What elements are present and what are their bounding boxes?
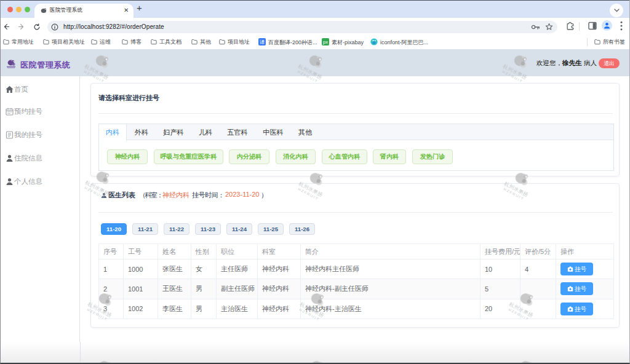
svg-text:译: 译 [260, 39, 265, 45]
svg-text:px: px [323, 39, 328, 45]
